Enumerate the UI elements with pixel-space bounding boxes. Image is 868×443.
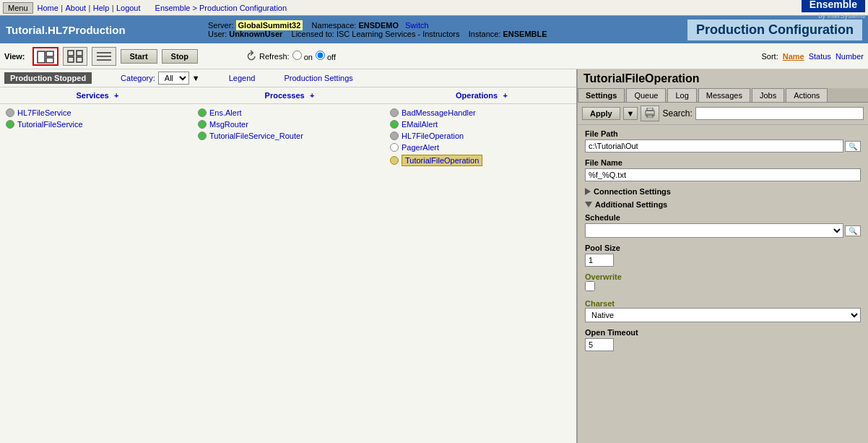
tab-queue[interactable]: Queue	[626, 88, 666, 102]
columns-header: Services + Processes + Operations +	[0, 87, 576, 104]
connection-settings-section[interactable]: Connection Settings	[585, 187, 861, 196]
status-dot-gray	[390, 108, 399, 117]
overwrite-label: Overwrite	[585, 272, 861, 281]
processes-add-icon[interactable]: +	[310, 91, 314, 100]
op-badmessagehandler-link[interactable]: BadMessageHandler	[402, 108, 476, 117]
settings-toolbar: Apply ▼ Search:	[578, 103, 868, 125]
help-link[interactable]: Help	[93, 4, 110, 12]
production-stopped-badge: Production Stopped	[4, 72, 92, 84]
namespace-label: Namespace:	[312, 21, 357, 30]
additional-settings-label: Additional Settings	[595, 200, 667, 209]
service-tutorialfileservice-link[interactable]: TutorialFileService	[17, 120, 83, 129]
refresh-on-radio[interactable]	[292, 51, 302, 60]
svg-rect-6	[77, 57, 82, 62]
ensemble-link[interactable]: Ensemble	[155, 4, 191, 12]
pool-size-input[interactable]	[585, 254, 614, 267]
prod-settings-link[interactable]: Production Settings	[284, 74, 352, 82]
dropdown-arrow-button[interactable]: ▼	[623, 107, 638, 120]
prodconfig-link[interactable]: Production Configuration	[199, 4, 287, 12]
file-name-section: File Name	[585, 158, 861, 181]
tab-messages[interactable]: Messages	[698, 88, 750, 102]
svg-rect-0	[38, 51, 45, 63]
view-grid-button[interactable]	[63, 47, 87, 66]
sort-status-link[interactable]: Status	[809, 52, 831, 61]
process-ensalert-link[interactable]: Ens.Alert	[209, 108, 242, 117]
services-add-icon[interactable]: +	[114, 91, 118, 100]
status-dot-white	[390, 143, 399, 152]
refresh-off-radio-label[interactable]: off	[316, 51, 336, 61]
refresh-on-radio-label[interactable]: on	[292, 51, 313, 61]
svg-rect-4	[77, 51, 82, 56]
list-item: TutorialFileOperation	[390, 153, 570, 168]
pool-size-section: Pool Size	[585, 244, 861, 267]
list-item: BadMessageHandler	[390, 107, 570, 119]
charset-select[interactable]: Native UTF-8 Latin-1 Default	[585, 308, 861, 322]
main-content: Production Stopped Category: All ▼ Legen…	[0, 69, 868, 443]
file-name-input[interactable]	[585, 168, 861, 181]
sort-number-link[interactable]: Number	[836, 52, 864, 61]
sort-name-link[interactable]: Name	[783, 52, 804, 61]
refresh-icon: ↻	[241, 46, 260, 65]
list-item: PagerAlert	[390, 142, 570, 153]
category-select[interactable]: All	[158, 72, 189, 85]
additional-settings-triangle	[585, 202, 592, 207]
server-info: Server: GlobalSummit32 Namespace: ENSDEM…	[208, 21, 687, 38]
legend-link[interactable]: Legend	[229, 74, 256, 82]
prod-config-header-title: Production Configuration	[687, 20, 862, 40]
pool-size-label: Pool Size	[585, 244, 861, 252]
tabs-row: Settings Queue Log Messages Jobs Actions	[578, 88, 868, 103]
additional-settings-section[interactable]: Additional Settings	[585, 200, 861, 209]
op-hl7fileoperation-link[interactable]: HL7FileOperation	[402, 132, 464, 140]
tab-log[interactable]: Log	[667, 88, 696, 102]
tab-actions[interactable]: Actions	[786, 88, 828, 102]
file-path-input[interactable]	[585, 139, 843, 152]
op-pageralert-link[interactable]: PagerAlert	[402, 143, 439, 152]
home-link[interactable]: Home	[38, 4, 58, 12]
op-emailalert-link[interactable]: EMailAlert	[402, 120, 438, 129]
file-path-input-wrap: 🔍	[585, 139, 861, 152]
process-tutorialfileservice-router-link[interactable]: TutorialFileService_Router	[209, 132, 303, 140]
view-production-button[interactable]	[32, 47, 58, 66]
file-path-search-button[interactable]: 🔍	[845, 141, 861, 152]
overwrite-checkbox[interactable]	[585, 281, 595, 291]
search-input[interactable]	[695, 107, 864, 120]
tab-settings[interactable]: Settings	[578, 88, 625, 102]
schedule-select[interactable]	[585, 223, 843, 238]
user-label: User:	[208, 30, 227, 38]
svg-rect-2	[46, 58, 53, 63]
settings-scroll-area[interactable]: File Path 🔍 File Name Connection	[578, 125, 868, 443]
menu-button[interactable]: Menu	[3, 2, 33, 14]
apply-button[interactable]: Apply	[582, 107, 620, 120]
print-button[interactable]	[641, 106, 659, 121]
list-item: EMailAlert	[390, 119, 570, 130]
schedule-search-button[interactable]: 🔍	[845, 225, 861, 236]
switch-link[interactable]: Switch	[405, 21, 428, 30]
op-tutorialfileoperation-link[interactable]: TutorialFileOperation	[402, 155, 482, 166]
category-label: Category:	[121, 74, 155, 82]
status-dot-green	[390, 120, 399, 129]
server-value: GlobalSummit32	[236, 20, 303, 30]
view-list-button[interactable]	[92, 47, 116, 66]
stop-button[interactable]: Stop	[162, 49, 198, 64]
file-path-label: File Path	[585, 129, 861, 138]
sort-section: Sort: Name Status Number	[761, 52, 864, 61]
file-name-input-wrap	[585, 168, 861, 181]
server-label: Server:	[208, 21, 233, 30]
ensemble-badge: Ensemble	[802, 0, 865, 12]
status-bar: Production Stopped Category: All ▼ Legen…	[0, 69, 576, 87]
service-hl7fileservice-link[interactable]: HL7FileService	[17, 108, 71, 117]
open-timeout-input[interactable]	[585, 338, 614, 351]
logout-link[interactable]: Logout	[116, 4, 141, 12]
user-value: UnknownUser	[229, 30, 282, 38]
tab-jobs[interactable]: Jobs	[752, 88, 784, 102]
processes-column: Ens.Alert MsgRouter TutorialFileService_…	[192, 107, 384, 440]
file-name-label: File Name	[585, 158, 861, 167]
refresh-off-radio[interactable]	[316, 51, 325, 60]
about-link[interactable]: About	[65, 4, 86, 12]
svg-rect-1	[46, 51, 53, 56]
process-msgrouter-link[interactable]: MsgRouter	[209, 120, 248, 129]
start-button[interactable]: Start	[121, 49, 157, 64]
list-item: TutorialFileService_Router	[198, 130, 378, 142]
operations-add-icon[interactable]: +	[503, 91, 507, 100]
connection-settings-triangle	[585, 188, 591, 195]
